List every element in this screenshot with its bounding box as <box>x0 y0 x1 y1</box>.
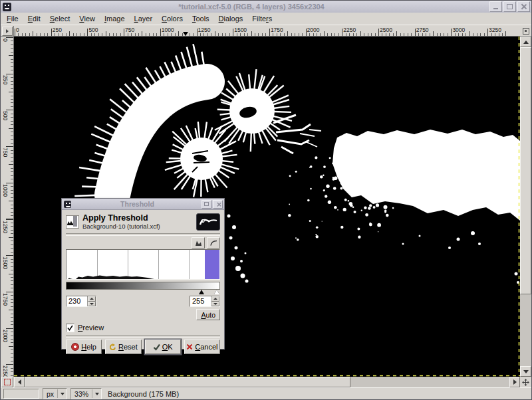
high-threshold-spinbox[interactable]: 255 <box>190 296 220 307</box>
window-titlebar[interactable]: *tutorial.xcf-5.0 (RGB, 4 layers) 3456x2… <box>1 1 531 13</box>
vertical-ruler[interactable]: 0250500750100012501500175020002250 <box>1 37 14 377</box>
close-button[interactable] <box>517 1 530 12</box>
maximize-button[interactable] <box>503 1 516 12</box>
histogram-log-button[interactable] <box>207 237 220 249</box>
dialog-app-icon <box>64 201 71 208</box>
hruler-label: 2000 <box>307 27 320 33</box>
spin-down-button[interactable] <box>88 302 96 307</box>
dialog-maximize-button[interactable] <box>201 200 211 209</box>
vertical-scroll-thumb[interactable] <box>520 47 531 294</box>
preview-checkbox[interactable] <box>66 324 74 332</box>
arrow-down-icon <box>523 370 529 373</box>
menu-tools[interactable]: Tools <box>188 13 214 24</box>
spin-down-button[interactable] <box>211 302 219 307</box>
ruler-pointer-marker <box>183 32 188 36</box>
vruler-label: 2250 <box>2 365 9 377</box>
window-title: *tutorial.xcf-5.0 (RGB, 4 layers) 3456x2… <box>13 3 489 11</box>
high-threshold-slider[interactable] <box>214 290 219 294</box>
histogram-scale-toggles <box>66 237 220 249</box>
dialog-header-subtitle: Background-10 (tutorial.xcf) <box>82 223 193 230</box>
menu-filters[interactable]: Filters <box>247 13 277 24</box>
help-button[interactable]: Help <box>66 340 102 354</box>
zoom-fit-icon[interactable] <box>523 28 529 35</box>
statusbar: px 33% Background (175 MB) <box>1 387 531 399</box>
histogram-linear-button[interactable] <box>192 237 205 249</box>
auto-button[interactable]: Auto <box>196 309 220 320</box>
hruler-label: 2750 <box>416 27 429 33</box>
dialog-header-title: Apply Threshold <box>82 214 193 223</box>
close-icon <box>521 4 527 9</box>
log-histogram-icon <box>210 240 217 246</box>
menu-file[interactable]: File <box>2 13 23 24</box>
unit-combo[interactable]: px <box>43 388 67 399</box>
hruler-label: 2250 <box>343 27 356 33</box>
auto-row: Auto <box>66 309 220 320</box>
menu-layer[interactable]: Layer <box>130 13 158 24</box>
low-threshold-value[interactable]: 230 <box>66 296 87 306</box>
navigation-icon[interactable] <box>522 379 529 386</box>
horizontal-scroll-thumb[interactable] <box>25 377 350 387</box>
vruler-label: 0 <box>2 39 9 42</box>
ok-icon <box>153 344 160 351</box>
cancel-button[interactable]: Cancel <box>184 340 220 354</box>
hruler-label: 1250 <box>198 27 211 33</box>
spin-up-button[interactable] <box>211 296 219 302</box>
dialog-close-button[interactable] <box>213 200 223 209</box>
threshold-slider-track <box>66 290 220 295</box>
menu-edit[interactable]: Edit <box>23 13 45 24</box>
separator <box>66 233 220 236</box>
low-threshold-spinbox[interactable]: 230 <box>66 296 96 307</box>
hruler-label: 3250 <box>489 27 501 33</box>
low-threshold-slider[interactable] <box>199 290 204 294</box>
cursor-position-field <box>3 389 39 399</box>
linear-histogram-icon <box>195 240 202 246</box>
maximize-icon <box>507 4 513 9</box>
chevron-down-icon[interactable] <box>57 389 66 398</box>
hruler-label: 3000 <box>452 27 465 33</box>
scroll-left-button[interactable] <box>14 377 25 387</box>
gimp-app-icon <box>3 3 11 11</box>
vertical-scrollbar[interactable] <box>520 37 531 377</box>
canvas-corner-button-area <box>520 26 531 37</box>
menu-view[interactable]: View <box>74 13 100 24</box>
menu-dialogs[interactable]: Dialogs <box>214 13 248 24</box>
arrow-right-icon <box>513 379 517 385</box>
vruler-label: 1750 <box>2 293 9 306</box>
unit-value: px <box>43 390 57 398</box>
menu-colors[interactable]: Colors <box>157 13 188 24</box>
dialog-title: Threshold <box>73 200 201 208</box>
high-threshold-value[interactable]: 255 <box>190 296 211 306</box>
dialog-titlebar[interactable]: Threshold <box>62 199 224 210</box>
menubar: File Edit Select View Image Layer Colors… <box>1 13 531 25</box>
quickmask-toggle-button[interactable] <box>1 377 13 387</box>
hruler-label: 1750 <box>271 27 283 33</box>
image-menu-button[interactable] <box>2 27 13 36</box>
reset-button[interactable]: Reset <box>105 340 141 354</box>
scroll-down-button[interactable] <box>520 366 531 377</box>
scroll-right-button[interactable] <box>509 377 520 387</box>
menu-image[interactable]: Image <box>100 13 130 24</box>
vruler-label: 250 <box>2 75 9 84</box>
reset-label: Reset <box>118 343 138 351</box>
histogram[interactable] <box>66 249 220 280</box>
minimize-button[interactable] <box>489 1 502 12</box>
scroll-up-button[interactable] <box>520 37 531 47</box>
horizontal-scrollbar[interactable] <box>14 377 520 387</box>
ok-label: OK <box>162 343 173 351</box>
hruler-label: 750 <box>125 27 134 33</box>
vruler-label: 1500 <box>2 256 9 269</box>
zoom-combo[interactable]: 33% <box>70 388 102 399</box>
horizontal-ruler[interactable]: 0250500750100012501500175020002250250027… <box>14 26 520 37</box>
chevron-down-icon[interactable] <box>92 389 101 398</box>
minimize-icon <box>493 8 498 9</box>
hruler-label: 1500 <box>234 27 247 33</box>
vruler-label: 2000 <box>2 330 9 342</box>
threshold-dialog: Threshold Apply Threshold Background-10 … <box>61 198 225 350</box>
vruler-label: 750 <box>2 148 9 157</box>
ok-button[interactable]: OK <box>145 340 181 354</box>
menu-select[interactable]: Select <box>45 13 75 24</box>
spin-up-button[interactable] <box>88 296 96 302</box>
status-message: Background (175 MB) <box>108 390 179 398</box>
arrow-up-icon <box>523 41 529 44</box>
ruler-corner <box>1 26 14 37</box>
